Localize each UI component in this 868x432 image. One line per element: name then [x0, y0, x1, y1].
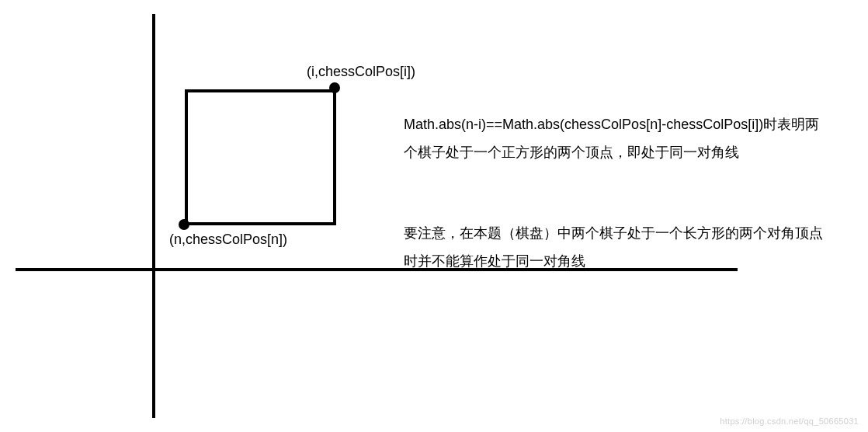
label-top-point: (i,chessColPos[i]) — [307, 64, 415, 80]
explanation-paragraph-2: 要注意，在本题（棋盘）中两个棋子处于一个长方形的两个对角顶点时并不能算作处于同一… — [404, 219, 823, 275]
square-shape — [185, 89, 336, 225]
point-bottom-left — [179, 219, 189, 230]
diagram-container: (i,chessColPos[i]) (n,chessColPos[n]) Ma… — [0, 0, 868, 432]
watermark-text: https://blog.csdn.net/qq_50665031 — [720, 416, 859, 426]
point-top-right — [329, 82, 340, 93]
explanation-paragraph-1: Math.abs(n-i)==Math.abs(chessColPos[n]-c… — [404, 110, 823, 166]
label-bottom-point: (n,chessColPos[n]) — [169, 232, 287, 248]
y-axis — [152, 14, 155, 418]
